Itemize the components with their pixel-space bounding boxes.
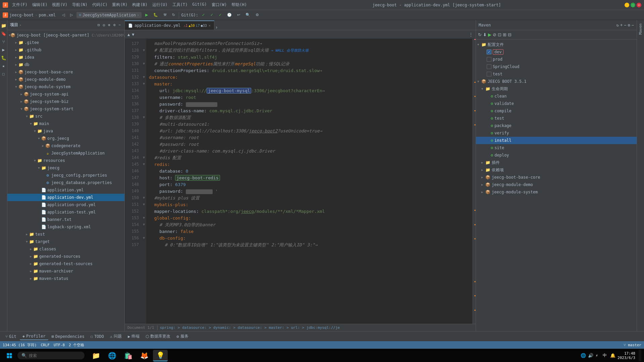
tree-item-app-prod-yml[interactable]: 📄 application-prod.yml [7, 201, 124, 208]
tree-item-maven-status[interactable]: ▶ 📁 maven-status [7, 275, 124, 282]
tree-item-app-dev-yml[interactable]: 📄 application-dev.yml [7, 194, 124, 201]
maven-test[interactable]: ⚙ test [476, 115, 637, 122]
menu-help[interactable]: 帮助(H) [229, 1, 249, 8]
run-config-selector[interactable]: ⚙ JeecgSystemApplication ▾ [76, 12, 142, 18]
taskbar-clock[interactable]: 17:48 2023/6/3 [618, 351, 635, 360]
git-icon[interactable]: ⑂ [0, 38, 7, 45]
tree-item-resources[interactable]: ▼ 📁 resources [7, 157, 124, 164]
debug-button[interactable]: 🐛 [152, 12, 160, 18]
code-editor[interactable]: 127 128 129 130 131 132 133 134 135 136 … [125, 39, 476, 324]
tree-item-main[interactable]: ▼ 📁 main [7, 120, 124, 127]
ime-indicator[interactable]: 中 [601, 352, 608, 359]
settings-button[interactable]: ⚙ [254, 12, 261, 18]
sidebar-dropdown-icon[interactable]: ▾ [19, 23, 21, 27]
search-button[interactable]: 🔍 [244, 12, 252, 18]
bottom-tab-problems[interactable]: ⚠ 问题 [107, 333, 124, 340]
taskbar-app-edge[interactable]: 🌐 [105, 350, 119, 361]
maven-config-section[interactable]: ▼ 📁 配置文件 [476, 41, 637, 48]
tree-item-system-api[interactable]: ▶ 📦 jeecg-system-api [7, 90, 124, 98]
maven-settings-icon[interactable]: ⚙ [628, 23, 630, 27]
status-indent[interactable]: 2 个空格 [69, 343, 84, 348]
tree-item-codegenerate[interactable]: ▶ 📦 codegenerate [7, 142, 124, 149]
menu-tools[interactable]: 工具(T) [170, 1, 190, 8]
maven-dependencies-section[interactable]: ▶ 📁 依赖项 [476, 166, 637, 174]
bottom-tab-db-changes[interactable]: ⬡ 数据库更改 [143, 333, 173, 340]
status-git-branch[interactable]: ⑂ master [624, 343, 641, 347]
tab-close-button[interactable]: × [209, 23, 211, 28]
maven-config-dev[interactable]: ✓ dev [476, 48, 637, 56]
maven-verify[interactable]: ⚙ verify [476, 129, 637, 137]
menu-build[interactable]: 构建(B) [130, 1, 150, 8]
taskbar-app-firefox[interactable]: 🦊 [137, 350, 152, 361]
maven-reload-icon[interactable]: ↻ [616, 23, 619, 27]
breadcrumb[interactable]: spring: > datasource: > dynamic: > datas… [160, 325, 340, 330]
tree-item-config-props[interactable]: ⚙ jeecg_config.properties [7, 172, 124, 179]
tree-item-jeecg-folder[interactable]: ▼ 📁 jeecg [7, 164, 124, 172]
maven-validate[interactable]: ⚙ validate [476, 100, 637, 107]
maven-hide-icon[interactable]: − [632, 23, 634, 27]
tree-item-java[interactable]: ▼ 📁 java [7, 127, 124, 135]
maven-action-buttons[interactable]: ↻ + − ⚙ − [616, 23, 634, 27]
maven-lifecycle-section[interactable]: ▼ 📁 生命周期 [476, 85, 637, 93]
menu-edit[interactable]: 编辑(E) [30, 1, 50, 8]
bottom-tab-git[interactable]: ⑂ Git [3, 333, 19, 340]
build-button[interactable]: ⚒ [162, 12, 168, 18]
close-button[interactable]: × [637, 3, 641, 7]
taskbar-app-file-explorer[interactable]: 📁 [89, 350, 103, 361]
forward-button[interactable]: ▷ [68, 12, 74, 18]
maven-checkbox-springcloud[interactable] [487, 64, 491, 69]
taskbar-search-input[interactable] [29, 353, 72, 358]
battery-icon[interactable]: ⚡ [595, 353, 598, 358]
menu-code[interactable]: 代码(C) [90, 1, 110, 8]
network-icon[interactable]: 🌐 [581, 353, 586, 358]
expand-button[interactable]: ⊕ [107, 22, 111, 27]
maven-download-btn[interactable]: ⬇ [483, 32, 487, 37]
maven-skip-tests-btn[interactable]: ⊘ [493, 32, 496, 37]
maven-refresh-btn[interactable]: ↻ [478, 32, 482, 37]
tree-item-app-yml[interactable]: 📄 application.yml [7, 186, 124, 194]
nav-up-icon[interactable]: ▲ [127, 32, 130, 37]
maven-module-system[interactable]: ▶ 📦 jeecg-module-system [476, 188, 637, 196]
bottom-tab-terminal[interactable]: ▶ 终端 [125, 333, 142, 340]
git-check3[interactable]: ✓ [217, 12, 223, 18]
maximize-button[interactable]: □ [631, 3, 635, 7]
debug-icon-left[interactable]: 🐛 [0, 54, 7, 61]
tab-scroll-right[interactable]: › [216, 24, 217, 30]
taskbar-app-idea[interactable]: 💡 [153, 350, 168, 361]
maven-install[interactable]: ⚙ install [476, 137, 637, 144]
window-controls[interactable]: − □ × [625, 3, 641, 7]
maven-collapse-all-btn[interactable]: ⊟ [508, 32, 512, 37]
nav-down-icon[interactable]: ▼ [132, 32, 134, 37]
tree-item-test[interactable]: ▶ 📁 test [7, 231, 124, 238]
tree-item-base-core[interactable]: ▶ 📦 jeecg-boot-base-core [7, 68, 124, 76]
hide-sidebar-button[interactable]: − [117, 22, 122, 27]
reload-button[interactable]: ↻ [170, 12, 177, 18]
tree-item-maven-archiver[interactable]: ▶ 📁 maven-archiver [7, 267, 124, 275]
menu-file[interactable]: 文件(F) [10, 1, 30, 8]
tree-item-module-demo[interactable]: ▶ 📦 jeecg-module-demo [7, 76, 124, 83]
tree-item-gen-sources[interactable]: ▶ 📁 generated-sources [7, 253, 124, 260]
menu-navigate[interactable]: 导航(N) [70, 1, 90, 8]
bottom-tab-dependencies[interactable]: ⊞ Dependencies [49, 333, 87, 340]
menu-run[interactable]: 运行(U) [150, 1, 170, 8]
tree-item-idea[interactable]: ▶ 📁 idea [7, 54, 124, 61]
tree-item-logback[interactable]: 📄 logback-spring.xml [7, 223, 124, 231]
bottom-tab-services[interactable]: ⚙ 服务 [174, 333, 191, 340]
maven-compile[interactable]: ⚙ compile [476, 107, 637, 115]
tree-item-banner[interactable]: 📄 banner.txt [7, 216, 124, 223]
maven-site[interactable]: ⚙ site [476, 144, 637, 152]
maven-config-prod[interactable]: prod [476, 56, 637, 63]
git-check2[interactable]: ✓ [209, 12, 215, 18]
maven-config-springcloud[interactable]: SpringCloud [476, 63, 637, 70]
undo-button[interactable]: ↩ [235, 12, 242, 18]
maven-module-demo[interactable]: ▶ 📦 jeecg-module-demo [476, 181, 637, 188]
maven-deploy[interactable]: ⚙ deploy [476, 152, 637, 159]
status-position[interactable]: 134:45 (16 字符) [3, 343, 37, 348]
tree-root[interactable]: ▼ 📦 jeecg-boot [jeecg-boot-parent] C:\Us… [7, 32, 124, 39]
maven-plugins-section[interactable]: ▶ 📁 插件 [476, 159, 637, 166]
maven-config-test[interactable]: test [476, 70, 637, 78]
vert-tab-maven[interactable]: Maven [637, 21, 644, 37]
bookmark-icon[interactable]: ★ [0, 62, 7, 69]
taskbar-app-store[interactable]: 🛍️ [121, 350, 136, 361]
maven-toolbar[interactable]: ↻ ⬇ ▶ ⊘ ⊡ ⊞ ⊟ [476, 30, 637, 40]
